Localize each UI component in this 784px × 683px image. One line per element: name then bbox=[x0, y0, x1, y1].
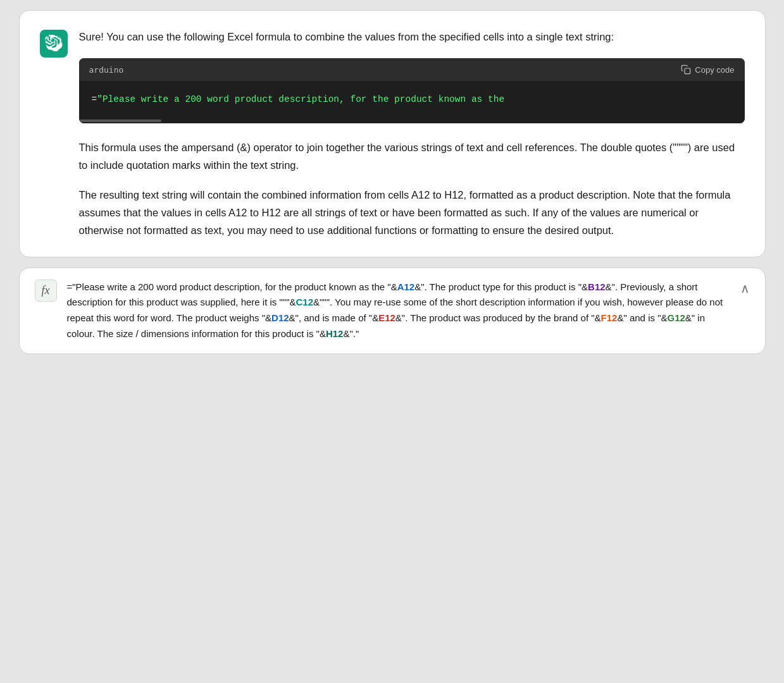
response-body: This formula uses the ampersand (&) oper… bbox=[79, 138, 745, 238]
cell-ref-d12: D12 bbox=[271, 312, 289, 323]
cell-ref-a12: A12 bbox=[397, 281, 415, 292]
response-text-block: Sure! You can use the following Excel fo… bbox=[79, 28, 745, 239]
cell-ref-b12: B12 bbox=[588, 281, 606, 292]
response-bubble: Sure! You can use the following Excel fo… bbox=[19, 10, 766, 257]
code-language-label: arduino bbox=[89, 65, 124, 75]
svg-rect-0 bbox=[685, 68, 690, 74]
cell-ref-g12: G12 bbox=[667, 312, 685, 323]
code-content[interactable]: ="Please write a 200 word product descri… bbox=[79, 81, 745, 118]
body-paragraph-1: This formula uses the ampersand (&) oper… bbox=[79, 138, 745, 174]
cell-ref-f12: F12 bbox=[601, 312, 618, 323]
chat-container: Sure! You can use the following Excel fo… bbox=[19, 10, 766, 354]
cell-ref-e12: E12 bbox=[378, 312, 395, 323]
body-paragraph-2: The resulting text string will contain t… bbox=[79, 186, 745, 239]
copy-code-label: Copy code bbox=[695, 65, 734, 75]
formula-collapse-button[interactable]: ∧ bbox=[740, 280, 750, 296]
cell-ref-h12: H12 bbox=[326, 328, 344, 339]
response-header: Sure! You can use the following Excel fo… bbox=[40, 28, 745, 239]
code-string: "Please write a 200 word product descrip… bbox=[97, 94, 504, 104]
formula-text: ="Please write a 200 word product descri… bbox=[67, 280, 730, 342]
chatgpt-logo-icon bbox=[45, 35, 63, 52]
fx-label: fx bbox=[35, 280, 57, 302]
code-block: arduino Copy code ="Please write a 200 w… bbox=[79, 58, 745, 123]
code-equals: = bbox=[92, 94, 97, 104]
code-scrollbar[interactable] bbox=[79, 118, 745, 123]
response-intro: Sure! You can use the following Excel fo… bbox=[79, 28, 745, 46]
code-scrollbar-thumb bbox=[79, 120, 161, 122]
copy-icon bbox=[681, 65, 691, 75]
code-block-header: arduino Copy code bbox=[79, 58, 745, 81]
gpt-avatar bbox=[40, 30, 68, 58]
formula-bar: fx ="Please write a 200 word product des… bbox=[19, 268, 766, 354]
copy-code-button[interactable]: Copy code bbox=[681, 65, 734, 75]
cell-ref-c12: C12 bbox=[296, 297, 313, 307]
